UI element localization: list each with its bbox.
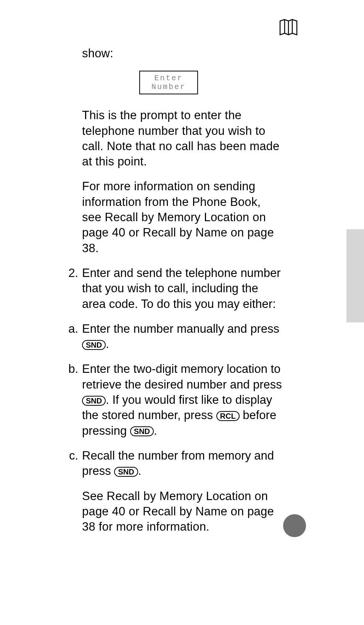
rcl-button-icon: RCL xyxy=(216,411,240,421)
page-content: show: Enter Number This is the prompt to… xyxy=(82,46,282,544)
option-b-marker: b. xyxy=(61,361,82,438)
option-b-post: . xyxy=(154,424,157,437)
option-c-pre: Recall the number from memory and press xyxy=(82,449,274,478)
option-b-pre: Enter the two-digit memory location to r… xyxy=(82,362,282,391)
option-a-body: Enter the number manually and press SND. xyxy=(82,321,282,352)
page-marker-dot xyxy=(283,514,306,537)
intro-text: show: xyxy=(82,46,282,61)
option-b: b. Enter the two-digit memory location t… xyxy=(82,361,282,438)
paragraph-see-recall: See Recall by Memory Location on page 40… xyxy=(82,489,282,535)
option-c-body: Recall the number from memory and press … xyxy=(82,448,282,479)
paragraph-prompt-explain: This is the prompt to enter the telephon… xyxy=(82,108,282,169)
paragraph-more-info: For more information on sending informat… xyxy=(82,179,282,256)
option-b-body: Enter the two-digit memory location to r… xyxy=(82,361,282,438)
snd-button-icon: SND xyxy=(130,426,154,436)
snd-button-icon: SND xyxy=(82,340,106,350)
step-2: 2. Enter and send the telephone number t… xyxy=(82,266,282,312)
option-a-pre: Enter the number manually and press xyxy=(82,322,279,335)
option-a-post: . xyxy=(106,337,109,351)
option-c: c. Recall the number from memory and pre… xyxy=(82,448,282,479)
side-tab xyxy=(346,229,364,322)
book-icon xyxy=(278,17,299,40)
lcd-line-2: Number xyxy=(140,83,197,91)
manual-page: show: Enter Number This is the prompt to… xyxy=(0,0,364,625)
lcd-display: Enter Number xyxy=(139,71,198,94)
option-a-marker: a. xyxy=(61,321,82,352)
option-c-post: . xyxy=(138,464,142,478)
snd-button-icon: SND xyxy=(82,396,106,406)
option-a: a. Enter the number manually and press S… xyxy=(82,321,282,352)
step-2-marker: 2. xyxy=(61,266,82,312)
step-2-body: Enter and send the telephone number that… xyxy=(82,266,282,312)
lcd-line-1: Enter xyxy=(140,74,197,83)
snd-button-icon: SND xyxy=(114,467,138,477)
option-c-marker: c. xyxy=(61,448,82,479)
